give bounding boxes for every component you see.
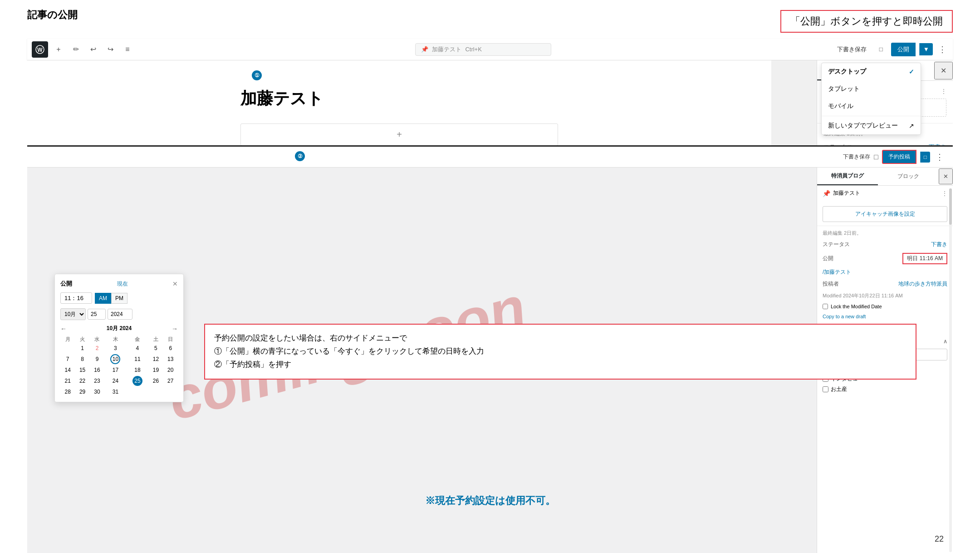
list-view-button[interactable]: ≡ [121, 43, 134, 56]
circle-1-annotation: ① [252, 70, 262, 80]
publish-arrow-button[interactable]: ▼ [919, 43, 933, 55]
publish-row-2: 公開 明日 11:16 AM [817, 251, 953, 267]
redo-button[interactable]: ↪ [103, 43, 117, 56]
wp-logo: W [32, 41, 48, 58]
preview-button[interactable]: □ [875, 43, 887, 56]
sidebar2-post-meta: 📌 加藤テスト ⋮ [817, 186, 953, 201]
preview-new-tab[interactable]: 新しいタブでプレビュー ↗ [822, 117, 921, 134]
wp-toolbar-2: 下書き保存 □ 予約投稿 □ ⋮ [27, 147, 953, 168]
page-number: 22 [935, 534, 944, 544]
dp-time-input[interactable] [60, 292, 92, 304]
more-options-button-2[interactable]: ⋮ [934, 150, 946, 164]
preview-dropdown: デスクトップ ✓ タブレット モバイル 新しいタブでプレビュー ↗ [821, 63, 921, 135]
editor-section-2: 下書き保存 □ 予約投稿 □ ⋮ ② 特消員ブログ ブロック ✕ 📌 加藤テスト… [27, 147, 953, 553]
scroll-thumb [949, 188, 952, 225]
dp-title: 公開 [60, 280, 72, 288]
status-value-2[interactable]: 下書き [931, 241, 947, 248]
sidebar-close-button[interactable]: ✕ [934, 62, 953, 79]
copy-draft-link[interactable]: Copy to a new draft [817, 311, 953, 321]
lock-modified: Lock the Modified Date [817, 301, 953, 311]
tag-checkbox-3[interactable] [823, 386, 828, 392]
lock-modified-checkbox[interactable] [823, 304, 828, 309]
undo-button[interactable]: ↩ [86, 43, 100, 56]
dp-close-button[interactable]: ✕ [172, 280, 178, 287]
add-block-toolbar-button[interactable]: + [52, 43, 65, 56]
schedule-arrow-button[interactable]: □ [920, 152, 930, 163]
publish-button[interactable]: 公開 [891, 43, 916, 56]
pin-icon-2: 📌 [823, 190, 830, 197]
dp-cal-header: ← 10月 2024 → [60, 325, 178, 332]
annotation-box-mid: 予約公開の設定をしたい場合は、右のサイドメニューで ①「公開」横の青字になってい… [204, 324, 916, 380]
dp-month-select[interactable]: 10月 [60, 308, 86, 320]
post-meta-dots[interactable]: ⋮ [941, 88, 946, 94]
link-row: /加藤テスト [817, 267, 953, 278]
tag-toggle[interactable]: ∧ [943, 338, 947, 346]
sidebar-tabs-2: 特消員ブログ ブロック ✕ [817, 168, 953, 186]
dp-header: 公開 現在 ✕ [60, 280, 178, 288]
add-block-button[interactable]: + [240, 123, 558, 146]
dp-year-input[interactable] [108, 309, 132, 320]
tag-item-3: お土産 [823, 384, 947, 395]
toolbar-center: 📌 加藤テスト Ctrl+K [415, 43, 551, 56]
datepicker-panel: 公開 現在 ✕ AM PM 10月 ← 10月 2024 → [54, 274, 184, 402]
preview-desktop[interactable]: デスクトップ ✓ [822, 63, 921, 80]
dp-date-row: 10月 [60, 308, 178, 320]
toolbar-right: 下書き保存 □ 公開 ▼ ⋮ [833, 43, 948, 56]
status-row-2: ステータス 下書き [817, 238, 953, 251]
tab-block-2[interactable]: ブロック [878, 168, 939, 185]
dp-calendar: 月 火 水 木 金 土 日 1 2 3 4 5 6 [60, 335, 178, 396]
circle-2-annotation: ② [295, 151, 305, 161]
save-draft-button-2[interactable]: 下書き保存 [843, 153, 870, 161]
more-options-button[interactable]: ⋮ [936, 43, 948, 56]
search-bar[interactable]: 📌 加藤テスト Ctrl+K [415, 43, 551, 56]
dp-day-input[interactable] [88, 309, 106, 320]
edit-button[interactable]: ✏ [69, 43, 83, 56]
dp-prev-month[interactable]: ← [60, 325, 67, 332]
publish-value-2[interactable]: 明日 11:16 AM [902, 253, 947, 264]
preview-mobile[interactable]: モバイル [822, 98, 921, 115]
preview-tablet[interactable]: タブレット [822, 80, 921, 98]
author-row: 投稿者 地球の歩き方特派員 [817, 278, 953, 290]
sidebar-close-button-2[interactable]: ✕ [939, 168, 953, 184]
scroll-bar[interactable] [949, 188, 952, 552]
page-title: 記事の公開 [27, 8, 78, 22]
featured-image-button-2[interactable]: アイキャッチ画像を設定 [823, 206, 947, 222]
cannot-use-notice: ※現在予約設定は使用不可。 [425, 494, 555, 508]
modified-row: Modified 2024年10月22日 11:16 AM [817, 290, 953, 301]
post-title: 加藤テスト [240, 88, 558, 110]
dp-time-row: AM PM [60, 292, 178, 304]
preview-button-2[interactable]: □ [874, 153, 878, 161]
wp-toolbar: W + ✏ ↩ ↪ ≡ 📌 加藤テスト Ctrl+K 下書き保存 □ 公開 ▼ … [27, 39, 953, 60]
tab-post-2[interactable]: 特消員ブログ [817, 168, 878, 185]
svg-text:W: W [37, 47, 43, 53]
save-draft-button[interactable]: 下書き保存 [833, 43, 871, 56]
dp-pm-button[interactable]: PM [111, 293, 127, 304]
annotation-box-top: 「公開」ボタンを押すと即時公開 [780, 10, 953, 33]
dp-ampm: AM PM [95, 293, 127, 304]
dp-am-button[interactable]: AM [95, 293, 111, 304]
last-edited-2: 最終編集 2日前。 [817, 228, 953, 238]
toolbar-left: W + ✏ ↩ ↪ ≡ [32, 41, 134, 58]
post-meta-dots-2[interactable]: ⋮ [942, 190, 947, 197]
dp-next-month[interactable]: → [172, 325, 178, 332]
dp-cal-month: 10月 2024 [107, 325, 132, 332]
schedule-button[interactable]: 予約投稿 [882, 150, 916, 164]
dp-now[interactable]: 現在 [117, 280, 128, 288]
